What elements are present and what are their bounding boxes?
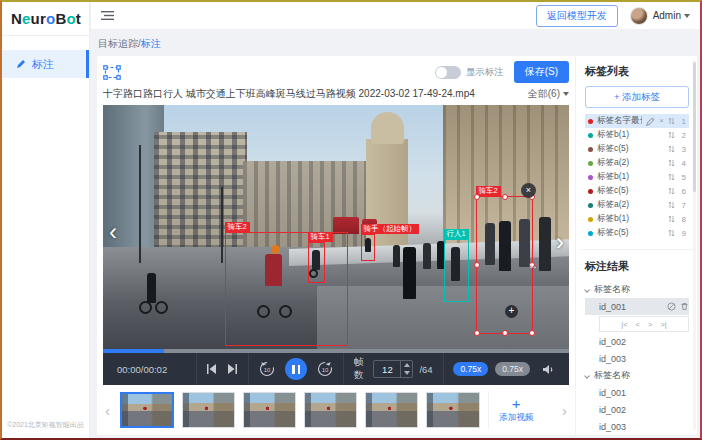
label-item-8[interactable]: 标签b(1) 8 [585,212,689,226]
label-item-3[interactable]: 标签c(5) 3 [585,142,689,156]
label-item-5[interactable]: 标签b(1) 5 [585,170,689,184]
label-order: 4 [679,159,686,168]
label-item-6[interactable]: 标签c(5) 6 [585,184,689,198]
video-thumbnail-3[interactable] [243,392,296,428]
skip-back-icon[interactable] [206,364,217,374]
frame-number-input[interactable] [374,361,400,377]
label-item-9[interactable]: 标签c(5) 9 [585,226,689,240]
svg-text:10: 10 [264,367,271,373]
bbox-cyclist-2-selected[interactable]: 骑车2 × + ↔ [476,196,533,334]
scene-pedestrian [403,247,416,299]
resize-handle[interactable] [529,330,535,336]
last-page-icon[interactable]: >| [660,320,666,329]
add-video-button[interactable]: + 添加视频 [488,391,544,429]
sidebar: NeuroBot 标注 ©2021北京矩视智能出品 [2,2,90,438]
label-item-1[interactable]: 标签名字最长数... × 1 [585,114,689,128]
result-item[interactable]: id_002 [585,333,689,350]
label-color-dot [588,189,593,194]
next-frame-chevron[interactable]: › [556,230,564,254]
bbox-cyclist-2[interactable]: 骑车2 [225,232,348,346]
video-thumbnail-1[interactable] [120,392,174,428]
sort-icon[interactable] [668,187,675,195]
result-group-3[interactable]: 标签名称 [585,435,689,440]
volume-icon[interactable] [543,364,555,375]
label-item-7[interactable]: 标签a(2) 7 [585,198,689,212]
video-thumbnail-4[interactable] [304,392,357,428]
video-thumbnail-6[interactable] [426,392,479,428]
result-item[interactable]: id_003 [585,350,689,367]
sort-icon[interactable] [668,201,675,209]
speed-pill-idle[interactable]: 0.75x [495,362,530,376]
sort-icon[interactable] [668,229,675,237]
resize-handle[interactable] [502,194,508,200]
result-item[interactable]: id_001 [585,298,689,315]
video-progress-bar[interactable] [103,349,569,353]
move-crosshair-icon[interactable]: + [505,305,518,318]
result-item[interactable]: id_002 [585,401,689,418]
label-item-2[interactable]: 标签b(1) 2 [585,128,689,142]
sort-icon[interactable] [668,173,675,181]
sort-icon[interactable] [668,131,675,139]
spinner-down-icon[interactable] [401,369,412,377]
save-button[interactable]: 保存(S) [514,61,569,83]
chevron-down-icon [584,373,590,379]
prev-page-icon[interactable]: < [636,320,640,329]
result-item[interactable]: id_001 [585,384,689,401]
video-thumbnail-5[interactable] [365,392,418,428]
edit-label-icon[interactable] [646,117,655,126]
skip-forward-icon[interactable] [227,364,238,374]
bbox-cyclist-1[interactable]: 骑车1 [308,242,325,283]
collapse-menu-icon[interactable] [101,10,114,21]
sort-icon[interactable] [668,215,675,223]
panel-scrollbar[interactable] [693,60,696,430]
sort-icon[interactable] [668,145,675,153]
bbox-pedestrian-1[interactable]: 行人1 [444,239,469,302]
result-group-2[interactable]: 标签名称 [585,367,689,384]
right-panel: 标签列表 + 添加标签 标签名字最长数... × 1 标签b(1) 2 标签c(… [575,56,697,435]
video-thumbnail-2[interactable] [182,392,235,428]
add-label-button[interactable]: + 添加标签 [585,86,689,108]
sort-icon[interactable] [668,117,675,125]
result-id: id_001 [599,388,626,398]
pause-button[interactable] [285,358,307,380]
user-avatar[interactable] [630,7,648,25]
resize-handle[interactable] [474,262,480,268]
breadcrumb-parent[interactable]: 目标追踪 [98,38,138,49]
resize-handle[interactable] [474,194,480,200]
result-id: id_002 [599,337,626,347]
result-group-1[interactable]: 标签名称 [585,281,689,298]
hide-result-icon[interactable] [667,302,676,311]
delete-result-icon[interactable] [680,302,689,311]
video-canvas[interactable]: 骑车2 骑车1 骑手（起始帧） 行人1 骑车2 [103,105,569,349]
delete-label-icon[interactable]: × [659,117,664,125]
sort-icon[interactable] [668,159,675,167]
forward-10-icon[interactable]: 10 [317,361,333,377]
first-page-icon[interactable]: |< [621,320,627,329]
resize-handle[interactable] [502,330,508,336]
next-page-icon[interactable]: > [648,320,652,329]
result-item[interactable]: id_003 [585,418,689,435]
delete-box-icon[interactable]: × [521,183,536,198]
prev-frame-chevron[interactable]: ‹ [109,220,117,244]
result-id: id_003 [599,354,626,364]
spinner-up-icon[interactable] [401,361,412,369]
strip-prev-chevron[interactable]: ‹ [103,402,112,419]
label-item-4[interactable]: 标签a(2) 4 [585,156,689,170]
label-order: 9 [679,229,686,238]
bbox-rider-startframe[interactable]: 骑手（起始帧） [361,234,375,261]
resize-handle[interactable] [474,330,480,336]
strip-next-chevron[interactable]: › [560,402,569,419]
bbox-label: 骑车2 [225,222,250,232]
player-controls: 00:00/00:02 10 10 [103,353,569,385]
user-menu[interactable]: Admin [653,10,690,21]
show-annotation-toggle[interactable] [435,66,461,79]
draw-bbox-tool-icon[interactable] [103,65,121,80]
video-filter-dropdown[interactable]: 全部(6) [528,87,569,101]
speed-pill-active[interactable]: 0.75x [453,362,488,376]
scene-pedestrian [393,245,400,267]
rewind-10-icon[interactable]: 10 [259,361,275,377]
sidebar-item-annotate[interactable]: 标注 [2,50,89,78]
back-to-model-dev-button[interactable]: 返回模型开发 [536,5,618,27]
bbox-label: 骑手（起始帧） [361,224,420,234]
annotation-editor: 显示标注 保存(S) 十字路口路口行人 城市交通上下班高峰斑马线过马路视频 20… [97,56,575,435]
